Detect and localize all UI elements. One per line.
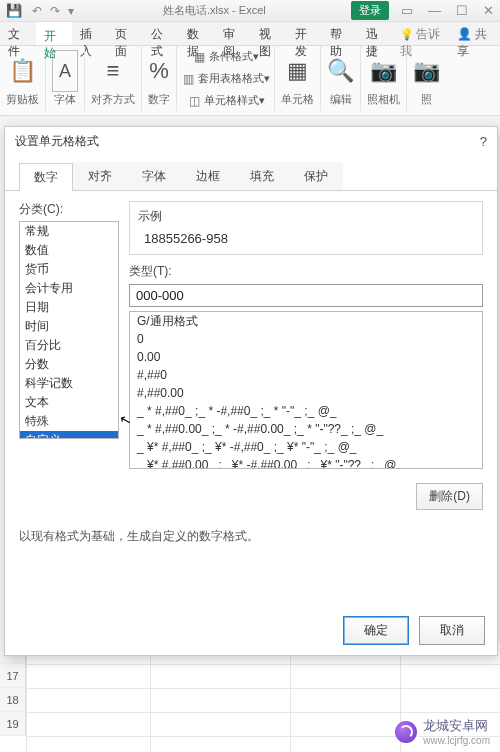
dlg-tab-font[interactable]: 字体 (127, 162, 181, 190)
sample-label: 示例 (138, 208, 474, 225)
cell-styles[interactable]: ◫单元格样式 ▾ (187, 92, 265, 109)
tab-file[interactable]: 文件 (0, 22, 36, 45)
bulb-icon: 💡 (400, 28, 414, 40)
table-format[interactable]: ▥套用表格格式 ▾ (181, 70, 270, 87)
fmt-item[interactable]: _ ¥* #,##0.00_ ;_ ¥* -#,##0.00_ ;_ ¥* "-… (130, 456, 482, 469)
group-alignment[interactable]: ≡ 对齐方式 (85, 46, 142, 111)
cancel-button[interactable]: 取消 (419, 616, 485, 645)
paste-icon[interactable]: 📋 (9, 50, 36, 92)
cat-special[interactable]: 特殊 (20, 412, 118, 431)
fmt-item[interactable]: #,##0.00 (130, 384, 482, 402)
window-title: 姓名电话.xlsx - Excel (78, 3, 351, 18)
redo-icon[interactable]: ↷ (50, 4, 60, 18)
close-icon[interactable]: ✕ (483, 3, 494, 18)
row-header[interactable]: 19 (0, 712, 26, 736)
maximize-icon[interactable]: ☐ (456, 3, 468, 18)
fmt-item[interactable]: _ * #,##0.00_ ;_ * -#,##0.00_ ;_ * "-"??… (130, 420, 482, 438)
tab-page[interactable]: 页面 (107, 22, 143, 45)
group-number[interactable]: % 数字 (142, 46, 177, 111)
cells-label: 单元格 (281, 92, 314, 107)
dlg-tab-protect[interactable]: 保护 (289, 162, 343, 190)
cat-accounting[interactable]: 会计专用 (20, 279, 118, 298)
dialog-hint: 以现有格式为基础，生成自定义的数字格式。 (5, 520, 497, 553)
ribbon: 📋 剪贴板 A 字体 ≡ 对齐方式 % 数字 ▦条件格式 ▾ ▥套用表格格式 ▾… (0, 46, 500, 116)
cond-fmt-label: 条件格式 (209, 49, 253, 64)
tab-data[interactable]: 数据 (179, 22, 215, 45)
font-icon[interactable]: A (52, 50, 78, 92)
fmt-item[interactable]: G/通用格式 (130, 312, 482, 330)
qat-dropdown-icon[interactable]: ▾ (68, 4, 74, 18)
font-label: 字体 (54, 92, 76, 107)
fmt-item[interactable]: _ * #,##0_ ;_ * -#,##0_ ;_ * "-"_ ;_ @_ (130, 402, 482, 420)
table-fmt-label: 套用表格格式 (198, 71, 264, 86)
tab-formula[interactable]: 公式 (143, 22, 179, 45)
cond-fmt-icon: ▦ (192, 50, 207, 64)
cat-general[interactable]: 常规 (20, 222, 118, 241)
camera2-icon[interactable]: 📷 (413, 50, 440, 92)
save-icon[interactable]: 💾 (6, 3, 22, 18)
cat-custom[interactable]: 自定义 (20, 431, 118, 439)
dlg-tab-number[interactable]: 数字 (19, 163, 73, 191)
tab-view[interactable]: 视图 (251, 22, 287, 45)
tab-developer[interactable]: 开发 (287, 22, 323, 45)
fmt-item[interactable]: _ ¥* #,##0_ ;_ ¥* -#,##0_ ;_ ¥* "-"_ ;_ … (130, 438, 482, 456)
cells-icon[interactable]: ▦ (287, 50, 308, 92)
titlebar: 💾 ↶ ↷ ▾ 姓名电话.xlsx - Excel 登录 ▭ — ☐ ✕ (0, 0, 500, 22)
fmt-item[interactable]: 0 (130, 330, 482, 348)
dlg-tab-alignment[interactable]: 对齐 (73, 162, 127, 190)
conditional-format[interactable]: ▦条件格式 ▾ (192, 48, 259, 65)
category-list[interactable]: 常规 数值 货币 会计专用 日期 时间 百分比 分数 科学记数 文本 特殊 自定… (19, 221, 119, 439)
tab-insert[interactable]: 插入 (72, 22, 108, 45)
group-cells[interactable]: ▦ 单元格 (275, 46, 321, 111)
login-button[interactable]: 登录 (351, 1, 389, 20)
tab-review[interactable]: 审阅 (215, 22, 251, 45)
row-header[interactable]: 17 (0, 664, 26, 688)
dlg-tab-fill[interactable]: 填充 (235, 162, 289, 190)
cat-text[interactable]: 文本 (20, 393, 118, 412)
format-code-list[interactable]: G/通用格式 0 0.00 #,##0 #,##0.00 _ * #,##0_ … (129, 311, 483, 469)
row-header[interactable]: 18 (0, 688, 26, 712)
tab-help[interactable]: 帮助 (322, 22, 358, 45)
dialog-help-icon[interactable]: ? (480, 134, 487, 149)
category-label: 分类(C): (19, 201, 119, 218)
group-camera2[interactable]: 📷 照 (407, 46, 446, 111)
sample-value: 18855266-958 (138, 229, 474, 248)
ribbon-options-icon[interactable]: ▭ (401, 3, 413, 18)
camera-label: 照相机 (367, 92, 400, 107)
watermark: 龙城安卓网 www.lcjrfg.com (395, 717, 490, 746)
watermark-url: www.lcjrfg.com (423, 735, 490, 746)
group-editing[interactable]: 🔍 编辑 (321, 46, 361, 111)
group-camera[interactable]: 📷 照相机 (361, 46, 407, 111)
cat-number[interactable]: 数值 (20, 241, 118, 260)
editing-icon[interactable]: 🔍 (327, 50, 354, 92)
camera-icon[interactable]: 📷 (370, 50, 397, 92)
cat-date[interactable]: 日期 (20, 298, 118, 317)
table-fmt-icon: ▥ (181, 72, 196, 86)
type-input[interactable] (129, 284, 483, 307)
dlg-tab-border[interactable]: 边框 (181, 162, 235, 190)
cat-fraction[interactable]: 分数 (20, 355, 118, 374)
share-button[interactable]: 👤 共享 (449, 22, 500, 45)
delete-button[interactable]: 删除(D) (416, 483, 483, 510)
undo-icon[interactable]: ↶ (32, 4, 42, 18)
fmt-item[interactable]: 0.00 (130, 348, 482, 366)
fmt-item[interactable]: #,##0 (130, 366, 482, 384)
cat-time[interactable]: 时间 (20, 317, 118, 336)
dialog-title: 设置单元格格式 (15, 133, 99, 150)
tell-me[interactable]: 💡告诉我 (394, 22, 449, 45)
cat-currency[interactable]: 货币 (20, 260, 118, 279)
ok-button[interactable]: 确定 (343, 616, 409, 645)
camera2-label: 照 (421, 92, 432, 107)
cell-style-icon: ◫ (187, 94, 202, 108)
align-icon[interactable]: ≡ (107, 50, 120, 92)
group-clipboard[interactable]: 📋 剪贴板 (0, 46, 46, 111)
percent-icon[interactable]: % (149, 50, 169, 92)
cat-scientific[interactable]: 科学记数 (20, 374, 118, 393)
minimize-icon[interactable]: — (428, 3, 441, 18)
dialog-tabs: 数字 对齐 字体 边框 填充 保护 (5, 156, 497, 191)
tab-home[interactable]: 开始 (36, 22, 72, 45)
watermark-logo-icon (395, 721, 417, 743)
tab-xunjie[interactable]: 迅捷 (358, 22, 394, 45)
cat-percent[interactable]: 百分比 (20, 336, 118, 355)
align-label: 对齐方式 (91, 92, 135, 107)
